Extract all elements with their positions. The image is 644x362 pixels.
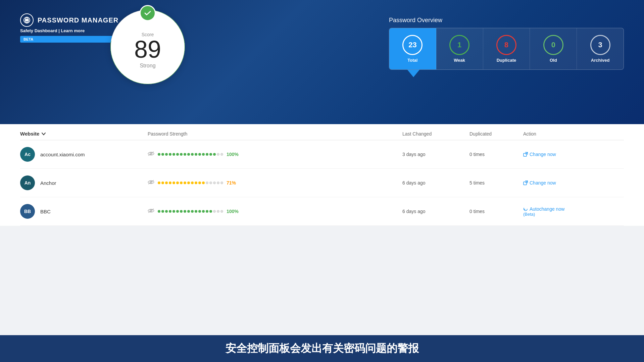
overview-label-duplicate: Duplicate: [497, 58, 516, 63]
logo-row: PASSWORD MANAGER: [20, 13, 118, 27]
overview-circle-weak: 1: [449, 35, 469, 55]
external-link-icon-1: [523, 152, 528, 157]
eye-slash-icon-2[interactable]: [148, 179, 154, 186]
col-duplicated: Duplicated: [469, 131, 523, 137]
table-row: An Anchor: [20, 169, 624, 197]
change-now-link-1[interactable]: Change now: [523, 152, 624, 157]
table-header: Website Password Strength Last Changed D…: [20, 124, 624, 140]
avatar-3: BB: [20, 204, 35, 219]
col-password-strength: Password Strength: [148, 131, 402, 137]
overview-card-total[interactable]: 23 Total: [389, 28, 436, 69]
overview-circle-old: 0: [543, 35, 563, 55]
score-area: Score 89 Strong: [111, 10, 185, 84]
dots-2: [158, 182, 223, 184]
avatar-2: An: [20, 175, 35, 190]
app-subtitle: Safety Dashboard | Learn more: [20, 28, 118, 33]
duplicated-3: 0 times: [469, 209, 523, 214]
app-logo-icon: [20, 13, 34, 27]
bottom-banner-text: 安全控制面板会发出有关密码问题的警报: [226, 341, 419, 356]
score-circle: Score 89 Strong: [111, 10, 185, 84]
overview-label-archived: Archived: [591, 58, 610, 63]
table-row: BB BBC: [20, 197, 624, 226]
action-2: Change now: [523, 180, 624, 186]
chevron-down-icon: [41, 132, 46, 136]
site-cell-3: BB BBC: [20, 204, 148, 219]
overview-pointer: [389, 70, 624, 77]
bottom-banner: 安全控制面板会发出有关密码问题的警报: [0, 335, 644, 362]
overview-card-duplicate[interactable]: 8 Duplicate: [483, 28, 530, 69]
col-website[interactable]: Website: [20, 131, 148, 137]
logo-area: PASSWORD MANAGER Safety Dashboard | Lear…: [20, 13, 118, 43]
eye-slash-icon-3[interactable]: [148, 208, 154, 215]
site-name-3: BBC: [40, 209, 51, 214]
duplicated-2: 5 times: [469, 180, 523, 186]
site-name-2: Anchor: [40, 180, 56, 186]
score-number: 89: [134, 37, 161, 61]
action-1: Change now: [523, 152, 624, 157]
password-strength-1: 100%: [148, 151, 402, 158]
last-changed-3: 6 days ago: [402, 209, 469, 214]
overview-label-total: Total: [407, 58, 417, 63]
app-title: PASSWORD MANAGER: [38, 16, 118, 24]
dots-3: [158, 210, 223, 213]
site-cell-1: Ac account.xiaomi.com: [20, 147, 148, 162]
dots-1: [158, 153, 223, 156]
duplicated-1: 0 times: [469, 152, 523, 157]
action-3: Autochange now (Beta): [523, 206, 624, 217]
score-strength: Strong: [140, 63, 155, 69]
site-cell-2: An Anchor: [20, 175, 148, 190]
site-name-1: account.xiaomi.com: [40, 152, 85, 157]
external-link-icon-2: [523, 180, 528, 185]
header-section: PASSWORD MANAGER Safety Dashboard | Lear…: [0, 0, 644, 124]
overview-section: Password Overview 23 Total 1 Weak 8 Dupl…: [389, 17, 624, 77]
main-content: Website Password Strength Last Changed D…: [0, 124, 644, 226]
overview-cards: 23 Total 1 Weak 8 Duplicate 0 Old 3 Arch…: [389, 28, 624, 70]
overview-label-old: Old: [550, 58, 557, 63]
eye-slash-icon-1[interactable]: [148, 151, 154, 158]
col-action: Action: [523, 131, 624, 137]
strength-pct-1: 100%: [227, 152, 239, 157]
password-strength-2: 71%: [148, 179, 402, 186]
overview-circle-total: 23: [402, 35, 423, 55]
overview-card-old[interactable]: 0 Old: [530, 28, 577, 69]
strength-pct-2: 71%: [227, 180, 236, 186]
beta-badge: BETA: [20, 36, 118, 43]
checkmark-badge: [140, 5, 156, 21]
last-changed-2: 6 days ago: [402, 180, 469, 186]
overview-label-weak: Weak: [454, 58, 465, 63]
last-changed-1: 3 days ago: [402, 152, 469, 157]
subtitle-static: Safety Dashboard |: [20, 28, 60, 33]
change-now-link-2[interactable]: Change now: [523, 180, 624, 186]
overview-card-archived[interactable]: 3 Archived: [577, 28, 624, 69]
learn-more-link[interactable]: Learn more: [61, 28, 85, 33]
table-row: Ac account.xiaomi.com: [20, 140, 624, 169]
refresh-icon-3: [523, 207, 528, 211]
avatar-1: Ac: [20, 147, 35, 162]
autochange-now-link-3[interactable]: Autochange now: [523, 206, 624, 212]
overview-title: Password Overview: [389, 17, 624, 24]
beta-label-3: (Beta): [523, 212, 624, 217]
overview-card-weak[interactable]: 1 Weak: [436, 28, 483, 69]
svg-point-1: [26, 19, 28, 21]
col-last-changed: Last Changed: [402, 131, 469, 137]
strength-pct-3: 100%: [227, 209, 239, 214]
password-strength-3: 100%: [148, 208, 402, 215]
overview-circle-duplicate: 8: [496, 35, 516, 55]
overview-circle-archived: 3: [590, 35, 610, 55]
